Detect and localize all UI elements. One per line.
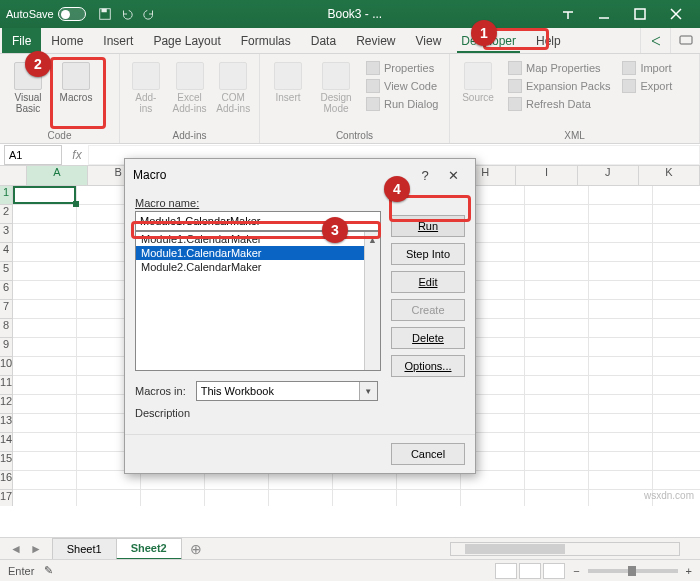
cell[interactable] bbox=[589, 414, 653, 433]
row-header[interactable]: 5 bbox=[0, 262, 13, 281]
row-header[interactable]: 6 bbox=[0, 281, 13, 300]
cell[interactable] bbox=[653, 224, 700, 243]
cell[interactable] bbox=[525, 300, 589, 319]
cell[interactable] bbox=[13, 471, 77, 490]
cell[interactable] bbox=[525, 319, 589, 338]
accessibility-icon[interactable]: ✎ bbox=[44, 564, 53, 577]
delete-button[interactable]: Delete bbox=[391, 327, 465, 349]
cell[interactable] bbox=[653, 205, 700, 224]
cell[interactable] bbox=[141, 490, 205, 506]
select-all-corner[interactable] bbox=[0, 166, 27, 186]
cell[interactable] bbox=[589, 186, 653, 205]
row-header[interactable]: 16 bbox=[0, 471, 13, 490]
row-header[interactable]: 1 bbox=[0, 186, 13, 205]
row-header[interactable]: 7 bbox=[0, 300, 13, 319]
cell[interactable] bbox=[653, 186, 700, 205]
cell[interactable] bbox=[589, 281, 653, 300]
col-header[interactable]: I bbox=[516, 166, 577, 186]
row-header[interactable]: 17 bbox=[0, 490, 13, 506]
zoom-slider[interactable] bbox=[588, 569, 678, 573]
tab-view[interactable]: View bbox=[406, 28, 452, 53]
row-header[interactable]: 10 bbox=[0, 357, 13, 376]
cell[interactable] bbox=[525, 186, 589, 205]
name-box[interactable]: A1 bbox=[4, 145, 62, 165]
row-header[interactable]: 9 bbox=[0, 338, 13, 357]
run-button[interactable]: Run bbox=[391, 215, 465, 237]
tab-file[interactable]: File bbox=[2, 28, 41, 53]
cell[interactable] bbox=[589, 205, 653, 224]
cell[interactable] bbox=[589, 243, 653, 262]
col-header[interactable]: K bbox=[639, 166, 700, 186]
export-button[interactable]: Export bbox=[618, 78, 676, 94]
cell[interactable] bbox=[525, 205, 589, 224]
undo-icon[interactable] bbox=[116, 3, 138, 25]
pagelayout-view-icon[interactable] bbox=[519, 563, 541, 579]
cell[interactable] bbox=[653, 262, 700, 281]
fx-icon[interactable]: fx bbox=[66, 148, 88, 162]
com-addins-button[interactable]: COM Add-ins bbox=[213, 58, 253, 122]
dialog-help-icon[interactable]: ? bbox=[411, 165, 439, 185]
row-header[interactable]: 11 bbox=[0, 376, 13, 395]
cell[interactable] bbox=[653, 376, 700, 395]
edit-button[interactable]: Edit bbox=[391, 271, 465, 293]
cell[interactable] bbox=[13, 300, 77, 319]
sheet-tab-1[interactable]: Sheet1 bbox=[52, 538, 117, 560]
cell[interactable] bbox=[525, 224, 589, 243]
cell[interactable] bbox=[589, 262, 653, 281]
view-code-button[interactable]: View Code bbox=[362, 78, 442, 94]
excel-addins-button[interactable]: Excel Add-ins bbox=[170, 58, 210, 122]
cell[interactable] bbox=[589, 395, 653, 414]
cell[interactable] bbox=[205, 490, 269, 506]
cell[interactable] bbox=[653, 281, 700, 300]
design-mode-button[interactable]: Design Mode bbox=[314, 58, 358, 122]
cell[interactable] bbox=[13, 452, 77, 471]
cell[interactable] bbox=[653, 452, 700, 471]
share-icon[interactable] bbox=[640, 28, 670, 53]
cell[interactable] bbox=[589, 433, 653, 452]
cell[interactable] bbox=[525, 357, 589, 376]
cell[interactable] bbox=[525, 490, 589, 506]
macro-listbox[interactable]: Module1.CalendarMaker Module1.CalendarMa… bbox=[135, 231, 381, 371]
tab-insert[interactable]: Insert bbox=[93, 28, 143, 53]
cell[interactable] bbox=[13, 338, 77, 357]
refresh-data-button[interactable]: Refresh Data bbox=[504, 96, 614, 112]
cell[interactable] bbox=[653, 471, 700, 490]
tab-help[interactable]: Help bbox=[526, 28, 571, 53]
cell[interactable] bbox=[13, 433, 77, 452]
cell[interactable] bbox=[525, 433, 589, 452]
cell[interactable] bbox=[653, 357, 700, 376]
dialog-close-icon[interactable]: ✕ bbox=[439, 165, 467, 185]
cell[interactable] bbox=[525, 376, 589, 395]
redo-icon[interactable] bbox=[138, 3, 160, 25]
row-header[interactable]: 2 bbox=[0, 205, 13, 224]
cell[interactable] bbox=[589, 319, 653, 338]
row-header[interactable]: 3 bbox=[0, 224, 13, 243]
comments-icon[interactable] bbox=[670, 28, 700, 53]
cell[interactable] bbox=[269, 490, 333, 506]
selected-cell[interactable] bbox=[13, 186, 76, 204]
zoom-out-icon[interactable]: − bbox=[573, 565, 579, 577]
cell[interactable] bbox=[653, 300, 700, 319]
horizontal-scrollbar[interactable] bbox=[450, 542, 680, 556]
sheet-tab-2[interactable]: Sheet2 bbox=[116, 538, 182, 560]
cell[interactable] bbox=[525, 281, 589, 300]
col-header[interactable]: J bbox=[578, 166, 639, 186]
pagebreak-view-icon[interactable] bbox=[543, 563, 565, 579]
cell[interactable] bbox=[589, 471, 653, 490]
cell[interactable] bbox=[653, 243, 700, 262]
tab-formulas[interactable]: Formulas bbox=[231, 28, 301, 53]
cell[interactable] bbox=[13, 414, 77, 433]
save-icon[interactable] bbox=[94, 3, 116, 25]
row-header[interactable]: 14 bbox=[0, 433, 13, 452]
cell[interactable] bbox=[653, 319, 700, 338]
cell[interactable] bbox=[653, 433, 700, 452]
run-dialog-button[interactable]: Run Dialog bbox=[362, 96, 442, 112]
cell[interactable] bbox=[13, 357, 77, 376]
cell[interactable] bbox=[461, 490, 525, 506]
tab-review[interactable]: Review bbox=[346, 28, 405, 53]
step-into-button[interactable]: Step Into bbox=[391, 243, 465, 265]
cell[interactable] bbox=[525, 452, 589, 471]
options-button[interactable]: Options... bbox=[391, 355, 465, 377]
cell[interactable] bbox=[77, 490, 141, 506]
cell[interactable] bbox=[13, 376, 77, 395]
